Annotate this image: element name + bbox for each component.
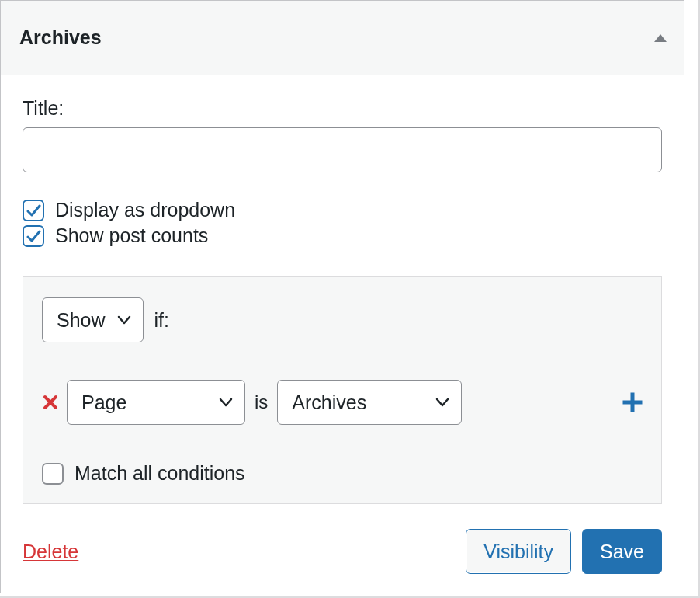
checkbox-unchecked-icon[interactable] [42, 463, 64, 485]
show-post-counts-label: Show post counts [55, 224, 208, 247]
widget-body: Title: Display as dropdown Show post cou… [1, 75, 684, 593]
chevron-down-icon [116, 315, 132, 325]
collapse-icon[interactable] [653, 33, 668, 43]
save-button[interactable]: Save [582, 529, 662, 574]
condition-object-select[interactable]: Archives [277, 380, 462, 425]
title-label: Title: [23, 97, 662, 120]
if-text: if: [154, 309, 169, 332]
widget-header[interactable]: Archives [1, 1, 684, 75]
show-post-counts-row[interactable]: Show post counts [23, 224, 662, 247]
widget-footer: Delete Visibility Save [23, 529, 662, 574]
chevron-down-icon [218, 397, 234, 408]
checkbox-checked-icon[interactable] [23, 200, 44, 221]
condition-action-value: Show [57, 309, 106, 332]
checkbox-checked-icon[interactable] [23, 225, 44, 247]
delete-link[interactable]: Delete [23, 541, 78, 563]
visibility-button[interactable]: Visibility [466, 529, 571, 574]
condition-subject-select[interactable]: Page [67, 380, 245, 425]
widget-title: Archives [19, 26, 102, 49]
visibility-conditions-panel: Show if: Page [23, 276, 662, 504]
condition-object-value: Archives [292, 391, 366, 414]
display-as-dropdown-label: Display as dropdown [55, 199, 235, 221]
match-all-label: Match all conditions [75, 462, 245, 485]
condition-action-select[interactable]: Show [42, 297, 144, 342]
display-as-dropdown-row[interactable]: Display as dropdown [23, 199, 662, 221]
match-all-row[interactable]: Match all conditions [42, 462, 643, 485]
title-input[interactable] [23, 127, 662, 172]
add-condition-icon[interactable] [622, 392, 643, 412]
remove-condition-icon[interactable] [42, 394, 59, 411]
condition-rule-row: Page is Archives [42, 380, 643, 425]
is-text: is [255, 391, 268, 413]
archives-widget: Archives Title: Display as dropdown [0, 0, 684, 593]
condition-subject-value: Page [81, 391, 126, 414]
chevron-down-icon [435, 397, 450, 408]
